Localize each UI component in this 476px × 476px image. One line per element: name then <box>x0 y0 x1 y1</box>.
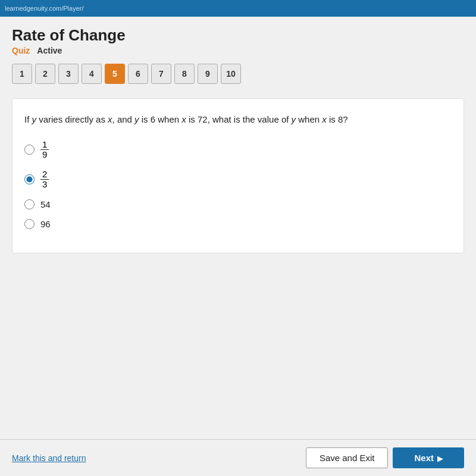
answer-label-1: 1 9 <box>40 140 49 160</box>
main-content: Rate of Change Quiz Active 1 2 3 4 5 6 7… <box>0 17 476 476</box>
nav-btn-3[interactable]: 3 <box>58 64 79 84</box>
answer-option-4[interactable]: 96 <box>24 219 452 229</box>
nav-btn-5[interactable]: 5 <box>105 64 125 84</box>
answer-option-2[interactable]: 2 3 <box>24 170 452 190</box>
question-nav: 1 2 3 4 5 6 7 8 9 10 <box>12 64 464 84</box>
question-text: If y varies directly as x, and y is 6 wh… <box>24 113 452 127</box>
nav-btn-10[interactable]: 10 <box>221 64 241 84</box>
bottom-bar: Mark this and return Save and Exit Next <box>0 439 476 476</box>
answer-option-1[interactable]: 1 9 <box>24 140 452 160</box>
top-bar: learnedgenuity.com/Player/ <box>0 0 476 17</box>
nav-btn-1[interactable]: 1 <box>12 64 32 84</box>
bottom-right-btns: Save and Exit Next <box>306 447 464 468</box>
mark-return-button[interactable]: Mark this and return <box>12 453 86 463</box>
page-title: Rate of Change <box>12 26 464 45</box>
answer-radio-2[interactable] <box>24 174 35 184</box>
save-exit-button[interactable]: Save and Exit <box>306 447 389 468</box>
nav-btn-2[interactable]: 2 <box>35 64 55 84</box>
active-label: Active <box>37 46 62 55</box>
next-button[interactable]: Next <box>393 447 464 468</box>
nav-btn-7[interactable]: 7 <box>151 64 171 84</box>
nav-btn-8[interactable]: 8 <box>174 64 195 84</box>
quiz-label: Quiz <box>12 46 30 55</box>
answer-option-3[interactable]: 54 <box>24 199 452 209</box>
url-text: learnedgenuity.com/Player/ <box>5 5 83 12</box>
nav-btn-6[interactable]: 6 <box>128 64 148 84</box>
answer-radio-4[interactable] <box>24 219 35 229</box>
nav-btn-9[interactable]: 9 <box>198 64 218 84</box>
answer-label-4: 96 <box>40 219 51 229</box>
answer-label-2: 2 3 <box>40 170 49 190</box>
question-card: If y varies directly as x, and y is 6 wh… <box>12 98 464 253</box>
answer-label-3: 54 <box>40 199 51 209</box>
answer-radio-1[interactable] <box>24 145 35 155</box>
answer-radio-3[interactable] <box>24 199 35 209</box>
quiz-status-row: Quiz Active <box>12 46 464 55</box>
nav-btn-4[interactable]: 4 <box>82 64 102 84</box>
